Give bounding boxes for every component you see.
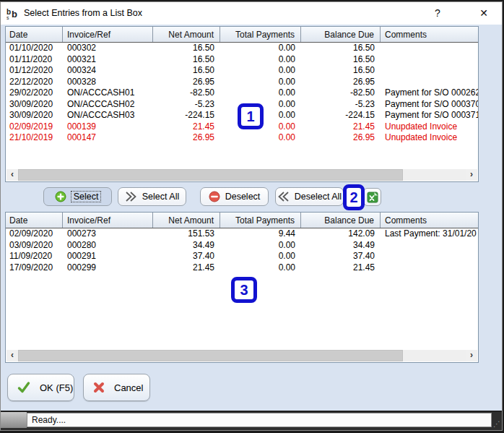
cancel-button[interactable]: Cancel bbox=[83, 374, 150, 401]
select-all-button-label: Select All bbox=[142, 192, 179, 202]
selected-entries-rows: 02/09/2020 000273 151.53 9.44 142.09 Las… bbox=[6, 228, 478, 273]
double-chevron-right-icon bbox=[125, 191, 137, 202]
resize-grip-icon[interactable]: ⋰ bbox=[493, 421, 500, 428]
red-x-icon bbox=[92, 381, 105, 394]
table-row[interactable]: 03/09/2020 000280 34.49 0.00 34.49 bbox=[6, 240, 478, 252]
close-button[interactable]: ✕ bbox=[472, 2, 496, 25]
column-header-net-amount[interactable]: Net Amount bbox=[153, 27, 220, 42]
minus-circle-icon bbox=[209, 191, 220, 202]
status-bar-left-panel bbox=[1, 412, 27, 428]
list-header: Date Invoice/Ref Net Amount Total Paymen… bbox=[6, 27, 478, 43]
column-header-balance-due[interactable]: Balance Due bbox=[301, 27, 381, 42]
annotation-2: 2 bbox=[343, 184, 365, 210]
annotation-3: 3 bbox=[231, 277, 257, 303]
table-row[interactable]: 29/02/2020 ON/ACCCASH01 -82.50 0.00 -82.… bbox=[6, 87, 478, 99]
annotation-1: 1 bbox=[238, 103, 264, 129]
scroll-left-icon[interactable]: ‹ bbox=[6, 169, 18, 181]
table-row[interactable]: 17/09/2020 000299 21.45 0.00 21.45 bbox=[6, 262, 478, 274]
svg-text:s: s bbox=[6, 15, 9, 20]
select-all-button[interactable]: Select All bbox=[118, 187, 186, 206]
check-icon bbox=[17, 380, 31, 395]
select-button[interactable]: Select bbox=[43, 187, 112, 206]
column-header-net-amount[interactable]: Net Amount bbox=[153, 213, 220, 228]
horizontal-scrollbar[interactable]: ‹ › bbox=[6, 350, 477, 361]
table-row[interactable]: 01/10/2020 000302 16.50 0.00 16.50 bbox=[6, 43, 478, 54]
scrollbar-track[interactable] bbox=[18, 350, 466, 361]
column-header-invoice-ref[interactable]: Invoice/Ref bbox=[63, 213, 153, 228]
horizontal-scrollbar[interactable]: ‹ › bbox=[6, 169, 477, 181]
column-header-comments[interactable]: Comments bbox=[381, 213, 478, 228]
window-title: Select Entries from a List Box bbox=[24, 8, 142, 18]
scrollbar-thumb[interactable] bbox=[18, 350, 403, 361]
scroll-left-icon[interactable]: ‹ bbox=[6, 350, 18, 361]
status-text: Ready.... bbox=[27, 413, 492, 427]
dialog-select-entries: b s b Select Entries from a List Box ? ✕… bbox=[0, 1, 503, 431]
status-bar: Ready.... ⋰ bbox=[1, 411, 502, 430]
table-row[interactable]: 01/12/2020 000324 16.50 0.00 16.50 bbox=[6, 65, 478, 77]
column-header-date[interactable]: Date bbox=[6, 213, 63, 228]
excel-spreadsheet-icon bbox=[367, 192, 378, 203]
deselect-button[interactable]: Deselect bbox=[200, 187, 269, 206]
column-header-date[interactable]: Date bbox=[6, 27, 63, 42]
deselect-button-label: Deselect bbox=[225, 192, 261, 202]
column-header-comments[interactable]: Comments bbox=[381, 27, 478, 42]
deselect-all-button[interactable]: Deselect All bbox=[275, 187, 344, 206]
export-to-excel-button[interactable] bbox=[363, 188, 381, 206]
help-button[interactable]: ? bbox=[425, 2, 450, 25]
cancel-button-label: Cancel bbox=[114, 382, 143, 393]
deselect-all-button-label: Deselect All bbox=[295, 192, 342, 202]
ok-button-label: OK (F5) bbox=[40, 382, 73, 393]
plus-circle-icon bbox=[55, 191, 66, 202]
table-row[interactable]: 21/10/2019 000147 26.95 0.00 26.95 Unupd… bbox=[6, 132, 478, 144]
double-chevron-left-icon bbox=[277, 191, 290, 202]
table-row[interactable]: 22/12/2020 000328 26.95 0.00 26.95 bbox=[6, 77, 478, 88]
scrollbar-track[interactable] bbox=[18, 169, 466, 181]
column-header-balance-due[interactable]: Balance Due bbox=[301, 213, 381, 228]
ok-button[interactable]: OK (F5) bbox=[7, 374, 74, 401]
scroll-right-icon[interactable]: › bbox=[466, 169, 477, 181]
scroll-right-icon[interactable]: › bbox=[466, 350, 477, 361]
list-header: Date Invoice/Ref Net Amount Total Paymen… bbox=[6, 213, 478, 228]
table-row[interactable]: 11/09/2020 000291 37.40 0.00 37.40 bbox=[6, 251, 478, 262]
table-row[interactable]: 01/11/2020 000321 16.50 0.00 16.50 bbox=[6, 54, 478, 66]
svg-text:b: b bbox=[12, 9, 17, 20]
select-button-label: Select bbox=[71, 192, 101, 202]
app-icon: b s b bbox=[6, 7, 19, 20]
table-row[interactable]: 02/09/2020 000273 151.53 9.44 142.09 Las… bbox=[6, 228, 478, 240]
column-header-total-payments[interactable]: Total Payments bbox=[220, 27, 301, 42]
column-header-total-payments[interactable]: Total Payments bbox=[220, 213, 301, 228]
column-header-invoice-ref[interactable]: Invoice/Ref bbox=[63, 27, 153, 42]
title-bar: b s b Select Entries from a List Box ? ✕ bbox=[1, 2, 502, 25]
scrollbar-thumb[interactable] bbox=[18, 169, 403, 181]
